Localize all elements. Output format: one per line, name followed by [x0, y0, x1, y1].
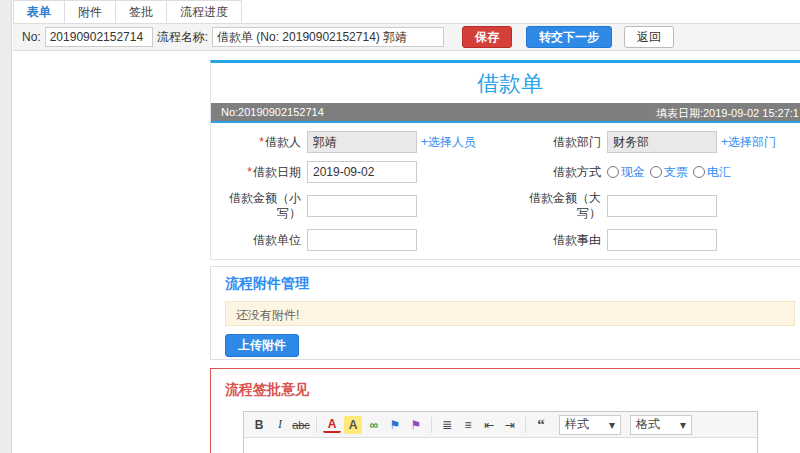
toolbar-separator: [316, 417, 317, 433]
rich-text-editor: B I abc A A ∞ ⚑ ⚑ ≣ ≡ ⇤ ⇥ “ 样式 ▾ 格式 ▾: [243, 411, 758, 453]
cheque-label: 支票: [664, 164, 688, 181]
amount-small-label: 借款金额（小写）: [211, 191, 307, 221]
tab-bar: 表单 附件 签批 流程进度: [13, 0, 800, 24]
outdent-icon[interactable]: ⇤: [480, 416, 498, 434]
approval-panel: 流程签批意见 B I abc A A ∞ ⚑ ⚑ ≣ ≡ ⇤ ⇥ “ 样式 ▾ …: [210, 368, 800, 453]
method-option-cash[interactable]: 现金: [607, 164, 645, 181]
flag-purple-icon[interactable]: ⚑: [407, 416, 425, 434]
loan-method-label-text: 借款方式: [553, 165, 601, 179]
required-asterisk: *: [247, 165, 252, 179]
form-row-1: *借款人 +选择人员 借款部门 +选择部门: [211, 131, 800, 153]
form-grid: *借款人 +选择人员 借款部门 +选择部门 *借款日期 借款方式: [211, 123, 800, 259]
style-dropdown[interactable]: 样式 ▾: [559, 415, 621, 435]
cash-radio[interactable]: [607, 166, 619, 178]
method-option-cheque[interactable]: 支票: [650, 164, 688, 181]
next-step-button[interactable]: 转交下一步: [526, 26, 612, 48]
loan-reason-label-text: 借款事由: [553, 233, 601, 247]
select-department-link[interactable]: +选择部门: [721, 134, 776, 151]
department-field: +选择部门: [607, 131, 800, 153]
loan-reason-field: [607, 229, 800, 251]
loan-date-field: [307, 161, 511, 183]
loan-date-label-text: 借款日期: [253, 165, 301, 179]
amount-small-label-text: 借款金额（小写）: [229, 191, 301, 220]
loan-reason-label: 借款事由: [511, 233, 607, 248]
strikethrough-icon[interactable]: abc: [292, 416, 310, 434]
format-dropdown-label: 格式: [636, 416, 660, 433]
process-name-label: 流程名称:: [157, 29, 208, 46]
form-row-4: 借款单位 借款事由: [211, 229, 800, 251]
no-attachment-notice: 还没有附件!: [225, 301, 795, 326]
indent-icon[interactable]: ⇥: [501, 416, 519, 434]
save-button[interactable]: 保存: [462, 26, 512, 48]
ordered-list-icon[interactable]: ≣: [438, 416, 456, 434]
borrower-field: +选择人员: [307, 131, 511, 153]
link-icon[interactable]: ∞: [365, 416, 383, 434]
department-label-text: 借款部门: [553, 135, 601, 149]
wire-label: 电汇: [707, 164, 731, 181]
action-toolbar: No: 流程名称: 保存 转交下一步 返回: [13, 24, 800, 51]
caret-down-icon: ▾: [680, 418, 686, 432]
borrower-input[interactable]: [307, 131, 417, 153]
tab-attachment[interactable]: 附件: [64, 0, 116, 23]
font-color-icon[interactable]: A: [323, 417, 341, 433]
borrower-label-text: 借款人: [265, 135, 301, 149]
amount-big-label: 借款金额（大写）: [511, 191, 607, 221]
italic-icon[interactable]: I: [271, 416, 289, 434]
form-row-3: 借款金额（小写） 借款金额（大写）: [211, 191, 800, 221]
editor-toolbar: B I abc A A ∞ ⚑ ⚑ ≣ ≡ ⇤ ⇥ “ 样式 ▾ 格式 ▾: [244, 412, 757, 438]
attachment-title: 流程附件管理: [225, 275, 795, 293]
editor-content[interactable]: [244, 438, 757, 453]
method-option-wire[interactable]: 电汇: [693, 164, 731, 181]
wire-radio[interactable]: [693, 166, 705, 178]
form-date-text: 填表日期:2019-09-02 15:27:1: [656, 106, 799, 118]
cheque-radio[interactable]: [650, 166, 662, 178]
back-button[interactable]: 返回: [624, 26, 674, 48]
cash-label: 现金: [621, 164, 645, 181]
no-input[interactable]: [45, 27, 153, 47]
department-input[interactable]: [607, 131, 717, 153]
loan-form-panel: 借款单 No:20190902152714 填表日期:2019-09-02 15…: [210, 60, 800, 260]
approval-title: 流程签批意见: [225, 381, 795, 399]
toolbar-separator: [525, 417, 526, 433]
select-person-link[interactable]: +选择人员: [421, 134, 476, 151]
process-name-input[interactable]: [212, 27, 444, 47]
form-no-text: No:20190902152714: [221, 106, 324, 118]
tab-form[interactable]: 表单: [13, 0, 65, 23]
amount-small-input[interactable]: [307, 195, 417, 217]
form-row-2: *借款日期 借款方式 现金 支票 电汇: [211, 161, 800, 183]
highlight-icon[interactable]: A: [344, 416, 362, 434]
amount-small-field: [307, 195, 511, 217]
unordered-list-icon[interactable]: ≡: [459, 416, 477, 434]
amount-big-input[interactable]: [607, 195, 717, 217]
format-dropdown[interactable]: 格式 ▾: [630, 415, 692, 435]
loan-unit-field: [307, 229, 511, 251]
amount-big-field: [607, 195, 800, 217]
upload-attachment-button[interactable]: 上传附件: [225, 334, 299, 357]
department-label: 借款部门: [511, 135, 607, 150]
borrower-label: *借款人: [211, 135, 307, 150]
left-gutter: [0, 0, 12, 453]
amount-big-label-text: 借款金额（大写）: [529, 191, 601, 220]
no-label: No:: [22, 30, 41, 44]
blockquote-icon[interactable]: “: [532, 416, 550, 434]
loan-method-label: 借款方式: [511, 165, 607, 180]
attachment-panel: 流程附件管理 还没有附件! 上传附件: [210, 266, 800, 360]
loan-date-label: *借款日期: [211, 165, 307, 180]
bold-icon[interactable]: B: [250, 416, 268, 434]
style-dropdown-label: 样式: [565, 416, 589, 433]
loan-date-input[interactable]: [307, 161, 417, 183]
required-asterisk: *: [259, 135, 264, 149]
loan-unit-label-text: 借款单位: [253, 233, 301, 247]
caret-down-icon: ▾: [609, 418, 615, 432]
toolbar-separator: [431, 417, 432, 433]
form-meta-strip: No:20190902152714 填表日期:2019-09-02 15:27:…: [211, 103, 800, 121]
loan-unit-label: 借款单位: [211, 233, 307, 248]
loan-method-field: 现金 支票 电汇: [607, 164, 800, 181]
tab-progress[interactable]: 流程进度: [166, 0, 242, 23]
flag-blue-icon[interactable]: ⚑: [386, 416, 404, 434]
tab-approval[interactable]: 签批: [115, 0, 167, 23]
form-title: 借款单: [211, 63, 800, 103]
loan-unit-input[interactable]: [307, 229, 417, 251]
loan-reason-input[interactable]: [607, 229, 717, 251]
